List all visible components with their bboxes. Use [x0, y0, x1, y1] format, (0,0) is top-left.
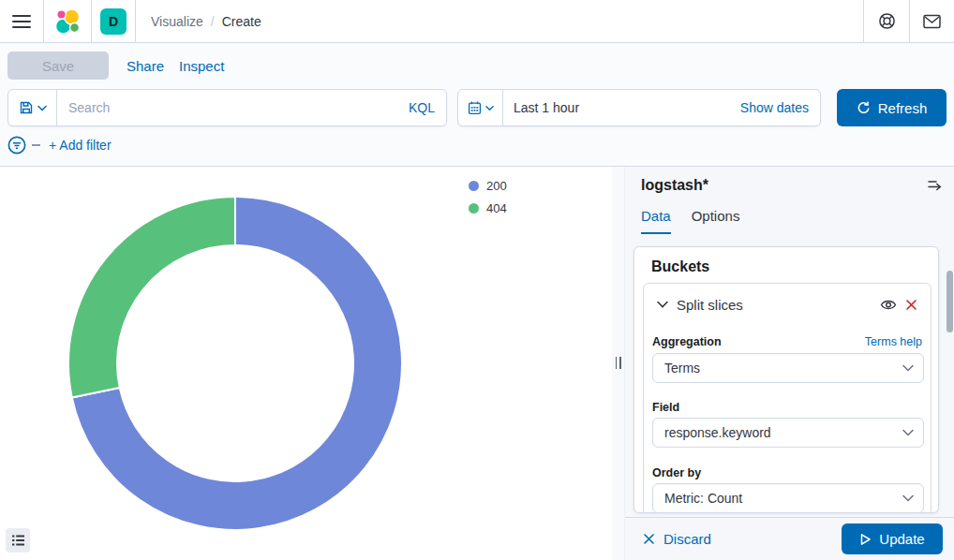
order-by-select[interactable]: Metric: Count [652, 483, 924, 513]
date-quick-menu-button[interactable] [458, 90, 503, 125]
field-label: Field [652, 401, 679, 414]
editor-side-panel: logstash* Data Options Buckets Split sli… [625, 167, 954, 517]
breadcrumb-separator: / [211, 14, 215, 29]
space-avatar[interactable]: D [100, 8, 127, 35]
search-input[interactable] [57, 100, 409, 115]
saved-query-menu-button[interactable] [8, 90, 57, 125]
legend-item-200[interactable]: 200 [469, 179, 507, 193]
buckets-heading: Buckets [651, 258, 709, 275]
date-picker: Last 1 hour Show dates [457, 89, 821, 126]
calendar-icon [468, 100, 482, 115]
legend-item-404[interactable]: 404 [469, 201, 507, 215]
menu-right-icon [928, 179, 943, 192]
query-bar: KQL [7, 89, 447, 126]
split-slices-header[interactable]: Split slices [644, 284, 931, 325]
donut-slice-404[interactable] [68, 197, 235, 398]
time-range-value[interactable]: Last 1 hour [503, 100, 740, 115]
filter-menu-button[interactable] [7, 136, 26, 155]
panel-resizer-handle[interactable] [612, 167, 625, 560]
field-select[interactable]: response.keyword [652, 418, 924, 448]
toggle-visibility-button[interactable] [880, 299, 897, 311]
order-by-label: Order by [652, 466, 701, 479]
hamburger-icon [12, 14, 31, 29]
query-language-button[interactable]: KQL [409, 100, 446, 115]
legend-dot-200 [469, 181, 479, 191]
refresh-icon [857, 101, 871, 115]
chevron-down-icon [902, 429, 914, 436]
legend-dot-404 [469, 203, 479, 214]
update-label: Update [879, 531, 924, 547]
list-icon [11, 534, 25, 547]
show-dates-link[interactable]: Show dates [740, 100, 820, 115]
refresh-button[interactable]: Refresh [837, 89, 947, 126]
header-divider [135, 0, 136, 42]
discard-button[interactable]: Discard [643, 531, 711, 547]
chevron-down-icon [37, 105, 47, 111]
resizer-grip-icon [616, 357, 621, 369]
filter-dash [32, 144, 40, 146]
donut-chart[interactable] [0, 167, 612, 560]
split-slices-label: Split slices [677, 297, 872, 313]
update-button[interactable]: Update [842, 523, 943, 554]
content: 200 404 logstash* Data Options [0, 167, 954, 560]
buckets-card: Buckets Split slices [634, 246, 939, 513]
legend-toggle-button[interactable] [6, 528, 30, 553]
legend-label-200: 200 [486, 179, 507, 193]
breadcrumb: Visualize / Create [151, 0, 261, 42]
header-spacer [261, 0, 863, 42]
space-selector[interactable]: D [92, 0, 135, 42]
refresh-label: Refresh [878, 100, 928, 116]
terms-help-link[interactable]: Terms help [865, 335, 922, 348]
subheader: Save Share Inspect KQL Last 1 hour Sho [0, 43, 954, 167]
newsfeed-button[interactable] [910, 0, 954, 42]
accordion-chevron-icon [657, 301, 668, 308]
aggregation-value: Terms [664, 361, 902, 376]
elastic-logo-icon [54, 8, 81, 35]
chevron-down-icon [902, 494, 914, 502]
order-by-value: Metric: Count [664, 491, 902, 506]
panel-scrollbar-thumb[interactable] [947, 271, 953, 332]
menu-button[interactable] [0, 0, 43, 42]
filter-icon [7, 136, 26, 155]
help-life-ring-icon [878, 12, 896, 30]
close-icon [905, 299, 917, 311]
panel-tabs: Data Options [641, 208, 739, 234]
discard-label: Discard [663, 531, 711, 547]
share-link[interactable]: Share [127, 58, 164, 74]
visualization-area: 200 404 [0, 167, 612, 560]
index-pattern-title: logstash* [641, 177, 708, 194]
field-value: response.keyword [664, 425, 902, 440]
help-button[interactable] [864, 0, 909, 42]
mail-icon [923, 14, 941, 29]
save-query-icon [19, 100, 34, 115]
chevron-down-icon [485, 105, 494, 111]
add-filter-link[interactable]: + Add filter [49, 138, 112, 153]
aggregation-select[interactable]: Terms [652, 353, 924, 383]
eye-icon [880, 299, 897, 311]
aggregation-label: Aggregation [652, 335, 722, 348]
play-icon [859, 533, 872, 546]
elastic-logo-button[interactable] [44, 0, 91, 42]
breadcrumb-create: Create [222, 14, 261, 29]
tab-options[interactable]: Options [692, 208, 740, 234]
remove-bucket-button[interactable] [905, 299, 917, 311]
chevron-down-icon [902, 364, 914, 372]
editor-footer: Discard Update [625, 517, 954, 560]
close-icon [643, 533, 655, 545]
save-button[interactable]: Save [7, 52, 109, 80]
collapse-panel-button[interactable] [928, 179, 943, 192]
split-slices-accordion: Split slices Aggregation Terms he [643, 283, 932, 513]
tab-data[interactable]: Data [641, 208, 671, 234]
app-header: D Visualize / Create [0, 0, 954, 43]
breadcrumb-visualize[interactable]: Visualize [151, 14, 203, 29]
chart-legend: 200 404 [469, 179, 507, 215]
legend-label-404: 404 [486, 201, 507, 215]
inspect-link[interactable]: Inspect [179, 58, 224, 74]
